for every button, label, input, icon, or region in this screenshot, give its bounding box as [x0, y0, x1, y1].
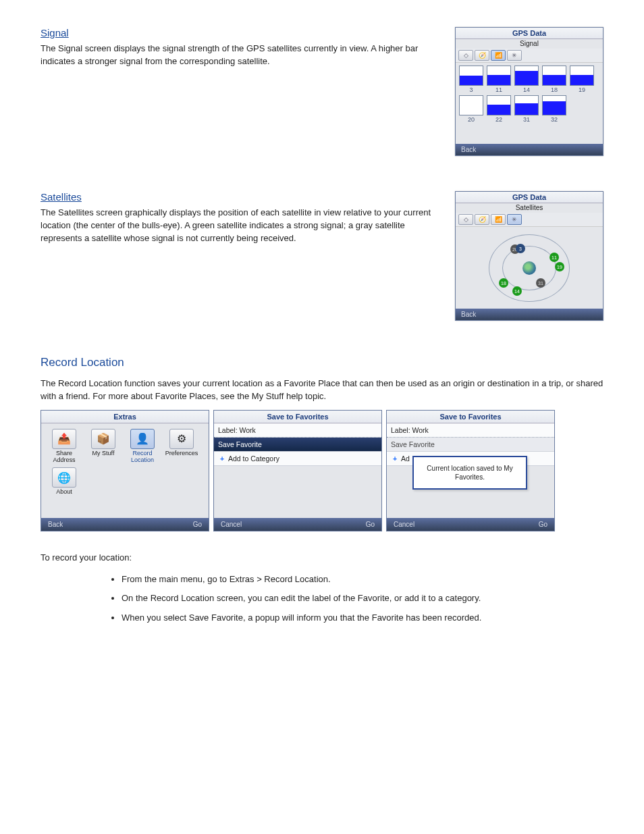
label-line[interactable]: Label: Work: [214, 423, 381, 438]
signal-bar-label: 11: [486, 86, 512, 93]
device-footer: Cancel Go: [214, 518, 381, 531]
extras-item-label: My Stuff: [86, 450, 121, 457]
add-category-line[interactable]: +Add to Category: [214, 452, 381, 466]
satellite-marker: 18: [499, 278, 508, 288]
device-title: GPS Data: [456, 28, 603, 39]
device-subtitle: Signal: [456, 39, 603, 49]
satellite-marker: 11: [549, 253, 559, 262]
extras-item[interactable]: ⚙Preferences: [164, 429, 199, 464]
softkey-cancel[interactable]: Cancel: [394, 521, 414, 528]
toolbar-btn-position[interactable]: ◇: [458, 50, 473, 61]
device-title: Extras: [41, 411, 209, 423]
signal-bar-label: 31: [514, 115, 539, 123]
save-favorite-line[interactable]: Save Favorite: [214, 438, 381, 452]
satellites-body: 2031119181431: [456, 227, 603, 309]
extras-item[interactable]: 📤Share Address: [47, 429, 82, 464]
extras-item[interactable]: 🌐About: [47, 467, 82, 496]
signal-heading: Signal: [41, 27, 69, 38]
satellite-marker: 3: [516, 244, 525, 253]
signal-bar: 19: [569, 66, 595, 93]
device-subtitle: Satellites: [456, 203, 603, 213]
signal-bar: 20: [458, 95, 484, 123]
device-title: GPS Data: [456, 192, 603, 203]
list-item: From the main menu, go to Extras > Recor…: [122, 570, 603, 590]
signal-bar-label: 20: [458, 115, 484, 123]
device-title: Save to Favorites: [387, 411, 554, 423]
device-title: Save to Favorites: [214, 411, 381, 423]
extras-device: Extras 📤Share Address📦My Stuff👤Record Lo…: [41, 410, 209, 531]
record-location-body: The Record Location function saves your …: [41, 377, 603, 403]
device-toolbar: ◇ 🧭 📶 ✳: [456, 49, 603, 63]
earth-icon: [522, 261, 536, 275]
signal-bar-label: 18: [541, 86, 567, 93]
save-favorite-line[interactable]: Save Favorite: [387, 438, 554, 452]
softkey-go[interactable]: Go: [193, 521, 202, 528]
gps-satellites-device: GPS Data Satellites ◇ 🧭 📶 ✳ 203111918143…: [455, 191, 603, 321]
to-record-label: To record your location:: [41, 552, 603, 565]
extras-item[interactable]: 📦My Stuff: [86, 429, 121, 464]
signal-bar: 22: [486, 95, 512, 123]
stuff-icon: 📦: [91, 429, 115, 449]
save-favorites-device-1: Save to Favorites Label: Work Save Favor…: [213, 410, 382, 531]
toolbar-btn-compass[interactable]: 🧭: [475, 214, 489, 225]
toolbar-btn-compass[interactable]: 🧭: [475, 50, 489, 61]
satellite-marker: 19: [555, 262, 564, 271]
prefs-icon: ⚙: [169, 429, 194, 449]
device-footer: Back: [456, 144, 603, 155]
device-footer: Back: [456, 309, 603, 320]
extras-item-label: Share Address: [47, 450, 82, 464]
softkey-back[interactable]: Back: [48, 521, 63, 528]
about-icon: 🌐: [52, 467, 76, 488]
signal-bar: 3: [458, 66, 484, 93]
signal-bar-label: 22: [486, 115, 512, 123]
save-favorites-device-2: Save to Favorites Label: Work Save Favor…: [386, 410, 555, 531]
device-footer: Back Go: [41, 518, 209, 531]
signal-bar: 11: [486, 66, 512, 93]
softkey-back[interactable]: Back: [461, 311, 476, 318]
toolbar-btn-satellites[interactable]: ✳: [507, 214, 522, 225]
extras-item-label: Record Location: [125, 450, 160, 464]
signal-bar-label: 14: [514, 86, 539, 93]
confirmation-popup: Current location saved to My Favorites.: [412, 456, 527, 490]
signal-bar-label: 32: [541, 115, 567, 123]
signal-bar: 18: [541, 66, 567, 93]
satellites-heading: Satellites: [41, 191, 82, 203]
signal-body: 31114181920223132: [456, 63, 603, 144]
softkey-go[interactable]: Go: [366, 521, 375, 528]
label-line[interactable]: Label: Work: [387, 423, 554, 438]
signal-bar: 14: [514, 66, 539, 93]
list-item: On the Record Location screen, you can e…: [122, 589, 603, 608]
device-footer: Cancel Go: [387, 518, 554, 531]
extras-item[interactable]: 👤Record Location: [125, 429, 160, 464]
extras-item-label: About: [47, 489, 82, 496]
toolbar-btn-satellites[interactable]: ✳: [507, 50, 522, 61]
plus-icon: +: [218, 454, 226, 463]
add-category-label: Ad: [401, 454, 410, 463]
add-category-label: Add to Category: [228, 454, 279, 463]
share-icon: 📤: [52, 429, 76, 449]
toolbar-btn-position[interactable]: ◇: [458, 214, 473, 225]
signal-bar: 31: [514, 95, 539, 123]
softkey-cancel[interactable]: Cancel: [221, 521, 242, 528]
extras-item-label: Preferences: [164, 450, 199, 457]
signal-bar: 32: [541, 95, 567, 123]
device-toolbar: ◇ 🧭 📶 ✳: [456, 213, 603, 227]
satellite-marker: 31: [536, 278, 545, 288]
record-location-heading: Record Location: [41, 356, 124, 369]
signal-bar-label: 19: [569, 86, 595, 93]
toolbar-btn-signal[interactable]: 📶: [491, 214, 506, 225]
softkey-go[interactable]: Go: [539, 521, 547, 528]
plus-icon: +: [391, 454, 399, 463]
toolbar-btn-signal[interactable]: 📶: [491, 50, 506, 61]
steps-list: From the main menu, go to Extras > Recor…: [122, 570, 603, 628]
gps-signal-device: GPS Data Signal ◇ 🧭 📶 ✳ 3111418192022313…: [455, 27, 603, 156]
record-icon: 👤: [130, 429, 155, 449]
list-item: When you select Save Favorite, a popup w…: [122, 608, 603, 628]
softkey-back[interactable]: Back: [461, 146, 476, 153]
signal-bar-label: 3: [458, 86, 484, 93]
satellite-marker: 14: [512, 286, 522, 296]
